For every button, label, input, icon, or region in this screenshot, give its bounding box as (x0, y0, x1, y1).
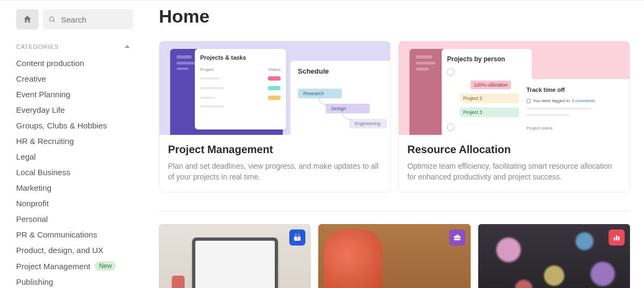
categories-label: CATEGORIES (16, 44, 58, 50)
illus-chip: Engineering (349, 119, 387, 128)
search-input-container[interactable] (43, 9, 133, 30)
sidebar: CATEGORIES Content production Creative E… (0, 1, 140, 288)
illus-chip: Research (298, 89, 342, 98)
sidebar-item-label: Creative (16, 74, 46, 83)
illus-tag-notice: You were tagged in 3 comments (526, 98, 622, 103)
person-icon (447, 68, 455, 76)
sidebar-item-label: Event Planning (16, 90, 70, 99)
illus-col-label: Project (200, 67, 214, 72)
sidebar-item-label: Content production (16, 59, 84, 68)
caret-up-icon (125, 44, 130, 49)
sidebar-item-event-planning[interactable]: Event Planning (16, 87, 131, 102)
svg-rect-11 (614, 237, 616, 240)
home-icon (23, 15, 32, 24)
sidebar-item-label: PR & Communications (16, 230, 97, 239)
svg-rect-2 (527, 99, 531, 103)
new-badge: New (94, 261, 116, 271)
sidebar-item-personal[interactable]: Personal (16, 211, 131, 227)
illus-panel-title: Projects by person (447, 55, 526, 63)
svg-rect-12 (616, 235, 618, 240)
sidebar-item-product-design-ux[interactable]: Product, design, and UX (16, 242, 131, 258)
feature-description: Plan and set deadlines, view progress, a… (168, 161, 382, 182)
illus-panel-title: Schedule (298, 67, 383, 75)
template-card[interactable] (478, 224, 630, 288)
feature-card-resource-allocation[interactable]: Projects by person 120% utilization Proj… (398, 41, 630, 192)
sidebar-item-label: Everyday Life (16, 105, 65, 114)
briefcase-icon (449, 229, 465, 246)
home-button[interactable] (16, 9, 39, 30)
sidebar-item-legal[interactable]: Legal (16, 149, 131, 164)
illus-project-chip: Project 3 (460, 107, 519, 117)
sidebar-item-label: Nonprofit (16, 199, 49, 208)
illus-col-label: Status (268, 67, 281, 72)
sidebar-item-local-business[interactable]: Local Business (16, 164, 131, 180)
feature-description: Optimize team efficiency, facilitating s… (407, 161, 621, 182)
categories-header[interactable]: CATEGORIES (16, 44, 133, 50)
feature-illustration: Projects & tasks Project Status Schedule… (159, 41, 390, 135)
sidebar-item-label: Marketing (16, 183, 52, 192)
sidebar-item-marketing[interactable]: Marketing (16, 180, 131, 196)
illus-project-chip: Project 2 (460, 93, 519, 103)
section-divider (159, 211, 630, 211)
sidebar-item-label: Product, design, and UX (16, 246, 104, 255)
page-title: Home (159, 6, 630, 27)
sidebar-item-content-production[interactable]: Content production (16, 55, 131, 71)
sidebar-item-nonprofit[interactable]: Nonprofit (16, 196, 131, 211)
sidebar-item-pr-communications[interactable]: PR & Communications (16, 227, 131, 242)
template-card[interactable]: 7 (159, 224, 311, 288)
person-icon (447, 124, 455, 131)
sidebar-item-groups-clubs-hobbies[interactable]: Groups, Clubs & Hobbies (16, 118, 131, 133)
svg-point-0 (49, 17, 54, 21)
template-card[interactable] (318, 224, 470, 288)
feature-card-project-management[interactable]: Projects & tasks Project Status Schedule… (159, 41, 391, 192)
illus-utilization: 120% utilization (471, 81, 511, 89)
calendar-icon: 7 (289, 229, 305, 246)
sidebar-item-label: Publishing (16, 277, 53, 286)
illus-status-label: Project status (526, 126, 622, 131)
sidebar-item-label: Legal (16, 152, 36, 161)
svg-rect-9 (456, 235, 458, 237)
sidebar-item-publishing[interactable]: Publishing (16, 274, 131, 288)
sidebar-item-label: HR & Recruiting (16, 136, 74, 146)
illus-panel-title: Track time off (526, 87, 622, 93)
feature-title: Resource Allocation (407, 143, 621, 156)
sidebar-item-hr-recruiting[interactable]: HR & Recruiting (16, 133, 131, 149)
feature-illustration: Projects by person 120% utilization Proj… (399, 41, 630, 135)
sidebar-item-everyday-life[interactable]: Everyday Life (16, 102, 131, 118)
main-content: Home Projects & tasks Project Status (140, 1, 644, 288)
search-icon (48, 15, 55, 24)
sidebar-item-project-management[interactable]: Project Management New (16, 258, 131, 274)
sidebar-item-label: Project Management (16, 262, 90, 271)
sidebar-item-creative[interactable]: Creative (16, 71, 131, 87)
sidebar-item-label: Local Business (16, 168, 70, 177)
bar-chart-icon (609, 229, 625, 246)
svg-rect-6 (298, 234, 299, 236)
categories-list[interactable]: Content production Creative Event Planni… (16, 55, 133, 288)
feature-title: Project Management (168, 143, 382, 156)
svg-line-1 (53, 21, 55, 23)
search-input[interactable] (61, 15, 128, 24)
svg-text:7: 7 (296, 236, 298, 240)
svg-rect-5 (296, 234, 296, 236)
illus-panel-title: Projects & tasks (200, 54, 281, 61)
illus-chip: Design (326, 104, 370, 113)
sidebar-item-label: Groups, Clubs & Hobbies (16, 121, 107, 130)
sidebar-item-label: Personal (16, 214, 48, 224)
svg-rect-13 (618, 236, 620, 240)
